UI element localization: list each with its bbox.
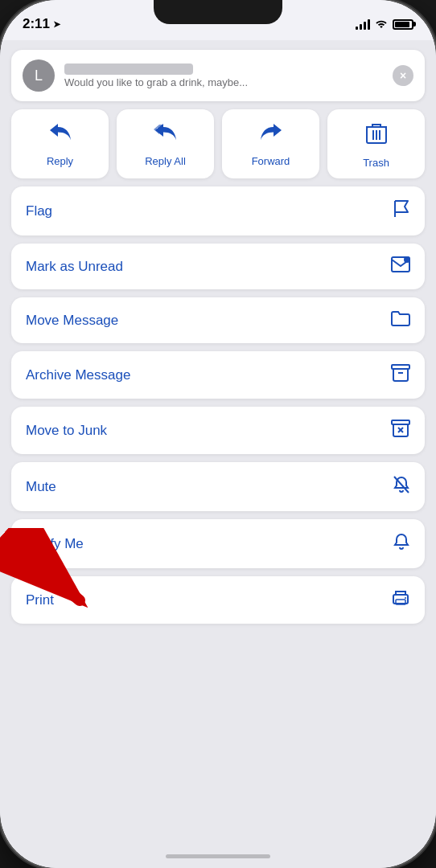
reply-icon — [48, 122, 72, 149]
email-preview-card: L Would you like to grab a drink, maybe.… — [11, 50, 425, 101]
reply-all-button[interactable]: Reply All — [117, 109, 214, 178]
print-menu-item[interactable]: Print — [11, 576, 425, 624]
move-message-label: Move Message — [26, 313, 118, 329]
print-icon — [391, 589, 410, 611]
svg-rect-7 — [392, 365, 409, 369]
notify-me-label: Notify Me — [26, 536, 84, 552]
email-sender — [64, 63, 193, 75]
home-bar — [166, 854, 270, 858]
location-arrow-icon: ➤ — [53, 19, 60, 30]
action-buttons-row: Reply Reply All — [11, 109, 425, 178]
forward-icon — [259, 122, 283, 149]
signal-icon — [356, 18, 370, 30]
notify-me-menu-item[interactable]: Notify Me — [11, 519, 425, 568]
svg-point-16 — [405, 597, 406, 599]
bell-icon — [393, 532, 410, 555]
close-button[interactable]: × — [393, 65, 413, 86]
forward-button[interactable]: Forward — [222, 109, 319, 178]
wifi-icon — [375, 18, 388, 31]
reply-all-icon — [153, 122, 179, 149]
svg-rect-9 — [392, 420, 409, 424]
avatar: L — [23, 59, 55, 92]
reply-button[interactable]: Reply — [11, 109, 109, 178]
mark-unread-menu-item[interactable]: Mark as Unread — [11, 244, 425, 289]
phone-frame: 2:11 ➤ L — [0, 0, 436, 868]
trash-icon — [366, 122, 387, 150]
time-display: 2:11 — [23, 16, 50, 32]
junk-icon — [391, 420, 410, 441]
mute-label: Mute — [26, 479, 56, 495]
mute-menu-item[interactable]: Mute — [11, 462, 425, 511]
flag-menu-item[interactable]: Flag — [11, 186, 425, 235]
move-to-junk-menu-item[interactable]: Move to Junk — [11, 407, 425, 454]
move-message-menu-item[interactable]: Move Message — [11, 297, 425, 343]
folder-icon — [391, 310, 410, 330]
email-preview-text: Would you like to grab a drink, maybe... — [64, 76, 383, 88]
status-time: 2:11 ➤ — [23, 16, 60, 32]
reply-all-label: Reply All — [145, 155, 186, 167]
reply-label: Reply — [47, 155, 73, 167]
flag-label: Flag — [26, 203, 52, 219]
screen: 2:11 ➤ L — [0, 0, 436, 868]
menu-list: Flag Mark as Unread — [11, 186, 425, 624]
mute-icon — [393, 475, 410, 498]
trash-button[interactable]: Trash — [327, 109, 425, 178]
email-info: Would you like to grab a drink, maybe... — [64, 63, 383, 88]
flag-icon — [393, 199, 410, 223]
print-label: Print — [26, 592, 54, 608]
content-area: L Would you like to grab a drink, maybe.… — [0, 40, 436, 844]
mark-unread-label: Mark as Unread — [26, 259, 123, 275]
battery-icon — [393, 19, 413, 30]
archive-message-label: Archive Message — [26, 367, 130, 383]
notch — [154, 0, 282, 24]
svg-point-6 — [404, 256, 410, 263]
archive-icon — [391, 364, 410, 386]
forward-label: Forward — [252, 155, 290, 167]
status-icons — [356, 18, 413, 31]
envelope-icon — [391, 256, 410, 276]
move-to-junk-label: Move to Junk — [26, 423, 107, 439]
trash-label: Trash — [363, 157, 389, 169]
home-indicator — [0, 844, 436, 868]
archive-message-menu-item[interactable]: Archive Message — [11, 351, 425, 399]
